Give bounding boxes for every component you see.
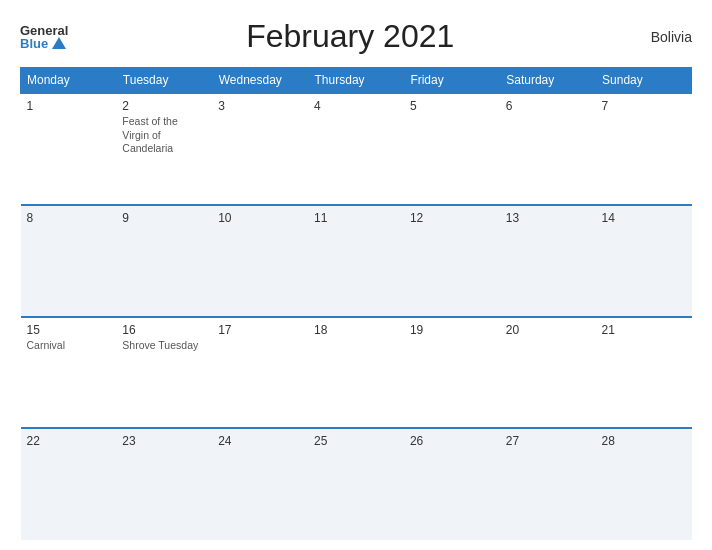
calendar-cell: 4 [308,93,404,205]
weekday-header-row: MondayTuesdayWednesdayThursdayFridaySatu… [21,68,692,94]
weekday-header-thursday: Thursday [308,68,404,94]
cell-date: 25 [314,434,398,448]
weekday-header-friday: Friday [404,68,500,94]
logo-triangle-icon [52,37,66,49]
calendar-cell: 9 [116,205,212,317]
cell-date: 28 [602,434,686,448]
calendar-cell: 16Shrove Tuesday [116,317,212,429]
cell-date: 16 [122,323,206,337]
calendar-cell: 19 [404,317,500,429]
calendar-cell: 11 [308,205,404,317]
cell-date: 23 [122,434,206,448]
cell-date: 14 [602,211,686,225]
header: General Blue February 2021 Bolivia [20,18,692,55]
calendar-cell: 25 [308,428,404,540]
cell-date: 4 [314,99,398,113]
cell-event: Feast of the Virgin of Candelaria [122,115,206,156]
week-row-1: 12Feast of the Virgin of Candelaria34567 [21,93,692,205]
cell-date: 7 [602,99,686,113]
calendar-title: February 2021 [68,18,632,55]
cell-event: Carnival [27,339,111,353]
week-row-3: 15Carnival16Shrove Tuesday1718192021 [21,317,692,429]
calendar-cell: 28 [596,428,692,540]
calendar-cell: 17 [212,317,308,429]
week-row-2: 891011121314 [21,205,692,317]
cell-date: 9 [122,211,206,225]
calendar-cell: 3 [212,93,308,205]
logo: General Blue [20,24,68,50]
cell-date: 17 [218,323,302,337]
calendar-cell: 26 [404,428,500,540]
cell-date: 21 [602,323,686,337]
cell-date: 19 [410,323,494,337]
cell-date: 10 [218,211,302,225]
weekday-header-saturday: Saturday [500,68,596,94]
cell-date: 20 [506,323,590,337]
cell-event: Shrove Tuesday [122,339,206,353]
calendar-cell: 13 [500,205,596,317]
cell-date: 22 [27,434,111,448]
logo-blue-text: Blue [20,37,66,50]
calendar-cell: 21 [596,317,692,429]
calendar-cell: 8 [21,205,117,317]
cell-date: 18 [314,323,398,337]
calendar-cell: 15Carnival [21,317,117,429]
calendar-cell: 18 [308,317,404,429]
cell-date: 12 [410,211,494,225]
calendar-cell: 1 [21,93,117,205]
calendar-table: MondayTuesdayWednesdayThursdayFridaySatu… [20,67,692,540]
cell-date: 8 [27,211,111,225]
cell-date: 6 [506,99,590,113]
country-label: Bolivia [632,29,692,45]
weekday-header-sunday: Sunday [596,68,692,94]
calendar-cell: 14 [596,205,692,317]
calendar-cell: 20 [500,317,596,429]
cell-date: 3 [218,99,302,113]
calendar-cell: 5 [404,93,500,205]
calendar-cell: 6 [500,93,596,205]
calendar-cell: 27 [500,428,596,540]
cell-date: 15 [27,323,111,337]
logo-general-text: General [20,24,68,37]
cell-date: 27 [506,434,590,448]
weekday-header-wednesday: Wednesday [212,68,308,94]
weekday-header-tuesday: Tuesday [116,68,212,94]
calendar-cell: 7 [596,93,692,205]
calendar-cell: 2Feast of the Virgin of Candelaria [116,93,212,205]
cell-date: 11 [314,211,398,225]
calendar-cell: 23 [116,428,212,540]
cell-date: 13 [506,211,590,225]
cell-date: 24 [218,434,302,448]
cell-date: 5 [410,99,494,113]
calendar-cell: 10 [212,205,308,317]
cell-date: 26 [410,434,494,448]
calendar-cell: 24 [212,428,308,540]
calendar-cell: 12 [404,205,500,317]
week-row-4: 22232425262728 [21,428,692,540]
cell-date: 1 [27,99,111,113]
cell-date: 2 [122,99,206,113]
weekday-header-monday: Monday [21,68,117,94]
page: General Blue February 2021 Bolivia Monda… [0,0,712,550]
calendar-cell: 22 [21,428,117,540]
